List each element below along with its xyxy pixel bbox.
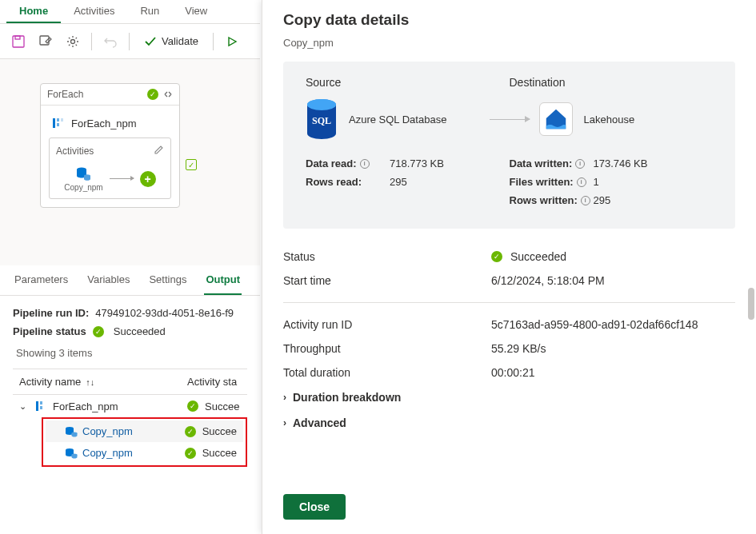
stat-value: 718.773 KB	[390, 157, 444, 169]
tab-view[interactable]: View	[172, 0, 220, 23]
save-icon	[11, 34, 26, 49]
checkbox-icon[interactable]: ✓	[186, 159, 197, 170]
output-pane: Pipeline run ID: 47949102-93dd-4051-8e16…	[0, 296, 260, 478]
source-name: Azure SQL Database	[349, 114, 446, 126]
tab-activities[interactable]: Activities	[61, 0, 127, 23]
panel-title: Copy data details	[283, 11, 735, 29]
scrollbar[interactable]	[748, 288, 754, 320]
row-status: Succee	[202, 425, 237, 437]
success-icon: ✓	[187, 400, 198, 412]
run-id-label: Pipeline run ID:	[13, 307, 89, 319]
stat-label: Rows written: i	[510, 194, 594, 206]
divider	[283, 302, 735, 303]
duration-breakdown-toggle[interactable]: ›Duration breakdown	[283, 385, 735, 410]
meta-label: Status	[283, 250, 491, 263]
foreach-icon	[52, 117, 65, 130]
table-row[interactable]: ⌄ ForEach_npm ✓Succee	[13, 395, 247, 417]
stat-label: Rows read:	[306, 176, 390, 188]
tab-variables[interactable]: Variables	[86, 265, 131, 295]
info-icon[interactable]: i	[581, 196, 590, 205]
stat-value: 1	[594, 176, 599, 188]
svg-rect-12	[40, 406, 42, 409]
validate-label: Validate	[162, 35, 198, 47]
row-name[interactable]: Copy_npm	[82, 425, 133, 437]
table-row[interactable]: Copy_npm ✓Succee	[46, 420, 243, 442]
close-button[interactable]: Close	[283, 494, 346, 520]
row-name[interactable]: Copy_npm	[82, 447, 133, 459]
validate-button[interactable]: Validate	[136, 32, 206, 51]
meta-value: 6/12/2024, 5:18:04 PM	[491, 274, 605, 287]
settings-button[interactable]	[61, 30, 85, 54]
database-icon	[75, 165, 91, 181]
dest-name: Lakehouse	[584, 114, 635, 126]
col-activity-status[interactable]: Activity sta	[187, 376, 241, 388]
stat-value: 295	[390, 176, 407, 188]
svg-point-18	[307, 99, 336, 110]
foreach-name: ForEach_npm	[71, 118, 137, 130]
activities-label: Activities	[56, 145, 94, 157]
save-button[interactable]	[6, 30, 30, 54]
stat-value: 173.746 KB	[594, 157, 648, 169]
flow-arrow-icon	[490, 119, 530, 120]
undo-icon	[103, 34, 118, 49]
row-name: ForEach_npm	[53, 400, 118, 412]
meta-label: Activity run ID	[283, 318, 491, 331]
svg-rect-11	[40, 401, 42, 404]
source-heading: Source	[306, 76, 510, 89]
copy-activity-mini[interactable]: Copy_npm	[64, 165, 102, 192]
item-count: Showing 3 items	[13, 344, 247, 369]
save-as-button[interactable]	[34, 30, 58, 54]
stat-label: Data read: i	[306, 157, 390, 169]
tab-home[interactable]: Home	[6, 0, 61, 23]
tab-settings[interactable]: Settings	[147, 265, 188, 295]
svg-rect-10	[36, 401, 38, 411]
pipeline-status-label: Pipeline status	[13, 325, 86, 337]
success-icon: ✓	[185, 426, 196, 437]
info-icon[interactable]: i	[575, 159, 585, 169]
foreach-icon	[35, 400, 48, 412]
tab-parameters[interactable]: Parameters	[13, 265, 70, 295]
pipeline-canvas[interactable]: ForEach ✓ ForEach_npm Activities	[0, 59, 260, 265]
add-activity-button[interactable]: +	[140, 171, 156, 187]
info-icon[interactable]: i	[360, 159, 370, 169]
success-icon: ✓	[93, 326, 104, 337]
tab-run[interactable]: Run	[127, 0, 172, 23]
activities-container: Activities Copy_npm +	[49, 137, 171, 199]
dest-heading: Destination	[510, 76, 714, 89]
col-activity-name[interactable]: Activity name ↑↓	[19, 376, 187, 388]
activity-table-header: Activity name ↑↓ Activity sta	[13, 369, 247, 395]
svg-point-3	[71, 39, 75, 43]
undo-button[interactable]	[98, 30, 122, 54]
flow-arrow	[110, 178, 134, 179]
meta-value: 00:00:21	[491, 366, 535, 379]
expand-icon[interactable]: ⌄	[19, 401, 32, 412]
collapse-icon[interactable]	[163, 90, 173, 99]
lakehouse-icon	[539, 102, 573, 136]
info-icon[interactable]: i	[577, 177, 586, 187]
success-icon: ✓	[185, 448, 196, 459]
meta-label: Start time	[283, 274, 491, 287]
table-row[interactable]: Copy_npm ✓Succee	[46, 442, 243, 464]
edit-icon[interactable]	[154, 145, 164, 157]
run-button[interactable]	[220, 30, 244, 54]
tab-output[interactable]: Output	[204, 265, 242, 295]
svg-rect-5	[57, 118, 59, 122]
advanced-toggle[interactable]: ›Advanced	[283, 410, 735, 436]
svg-text:SQL: SQL	[312, 115, 331, 126]
foreach-activity[interactable]: ForEach ✓ ForEach_npm Activities	[40, 83, 180, 208]
database-icon	[65, 448, 78, 459]
separator	[129, 33, 130, 50]
sort-icon: ↑↓	[86, 377, 94, 387]
meta-value: Succeeded	[510, 250, 566, 263]
pipeline-status-value: Succeeded	[114, 325, 166, 337]
meta-value: 5c7163ad-a959-4800-ad91-02daf66cf148	[491, 318, 698, 331]
svg-rect-7	[61, 118, 63, 122]
gear-icon	[66, 34, 80, 49]
svg-rect-1	[15, 36, 20, 39]
run-id-value: 47949102-93dd-4051-8e16-f9	[95, 307, 234, 319]
meta-value: 55.29 KB/s	[491, 342, 546, 355]
copy-mini-label: Copy_npm	[64, 183, 102, 192]
row-status: Succee	[202, 447, 237, 459]
check-icon	[144, 35, 157, 48]
highlighted-rows: Copy_npm ✓Succee Copy_npm ✓Succee	[42, 417, 247, 467]
